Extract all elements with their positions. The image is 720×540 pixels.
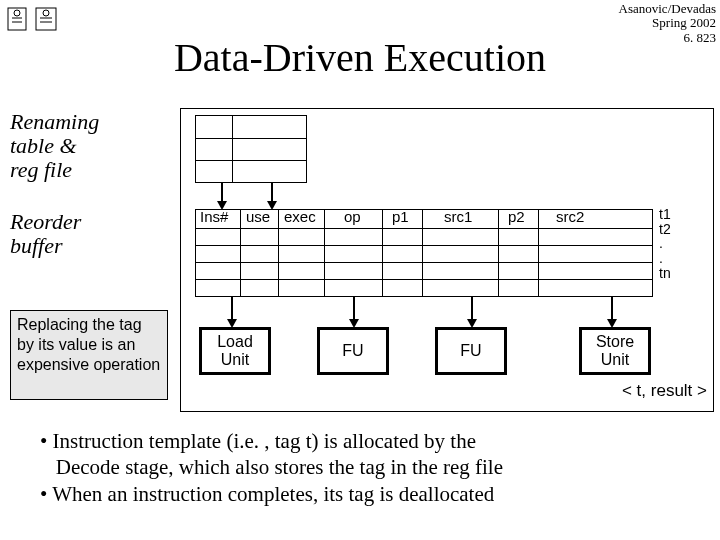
- fu-1: FU: [317, 327, 389, 375]
- page-title: Data-Driven Execution: [0, 34, 720, 81]
- col-src1: src1: [444, 208, 472, 225]
- svg-point-5: [43, 10, 49, 16]
- diagram: Ins# use exec op p1 src1 p2 src2 t1 t2 .…: [180, 108, 714, 412]
- col-ins: Ins#: [200, 208, 228, 225]
- bullet-1b: Decode stage, which also stores the tag …: [40, 454, 700, 480]
- store-unit: Store Unit: [579, 327, 651, 375]
- rename-table: [195, 115, 307, 183]
- col-p2: p2: [508, 208, 525, 225]
- corner-logo: [6, 4, 62, 34]
- svg-rect-4: [36, 8, 56, 30]
- bullet-2: • When an instruction completes, its tag…: [40, 481, 700, 507]
- bullet-1a: • Instruction template (i.e. , tag t) is…: [40, 428, 700, 454]
- rename-label: Renaming table & reg file: [10, 110, 99, 183]
- tag-dot2: .: [659, 251, 671, 266]
- tag-column: t1 t2 . . tn: [659, 207, 671, 280]
- col-use: use: [246, 208, 270, 225]
- fu-2: FU: [435, 327, 507, 375]
- svg-rect-0: [8, 8, 26, 30]
- col-exec: exec: [284, 208, 316, 225]
- bullet-list: • Instruction template (i.e. , tag t) is…: [40, 428, 700, 507]
- result-label: < t, result >: [622, 381, 707, 401]
- tag-t1: t1: [659, 207, 671, 222]
- col-p1: p1: [392, 208, 409, 225]
- tag-dot1: .: [659, 236, 671, 251]
- tag-t2: t2: [659, 222, 671, 237]
- authors: Asanovic/Devadas: [619, 2, 716, 16]
- svg-point-1: [14, 10, 20, 16]
- tag-tn: tn: [659, 266, 671, 281]
- col-op: op: [344, 208, 361, 225]
- reorder-buffer-table: Ins# use exec op p1 src1 p2 src2: [195, 209, 653, 297]
- reorder-label: Reorder buffer: [10, 210, 81, 258]
- note-box: Replacing the tag by its value is an exp…: [10, 310, 168, 400]
- col-src2: src2: [556, 208, 584, 225]
- load-unit: Load Unit: [199, 327, 271, 375]
- term: Spring 2002: [619, 16, 716, 30]
